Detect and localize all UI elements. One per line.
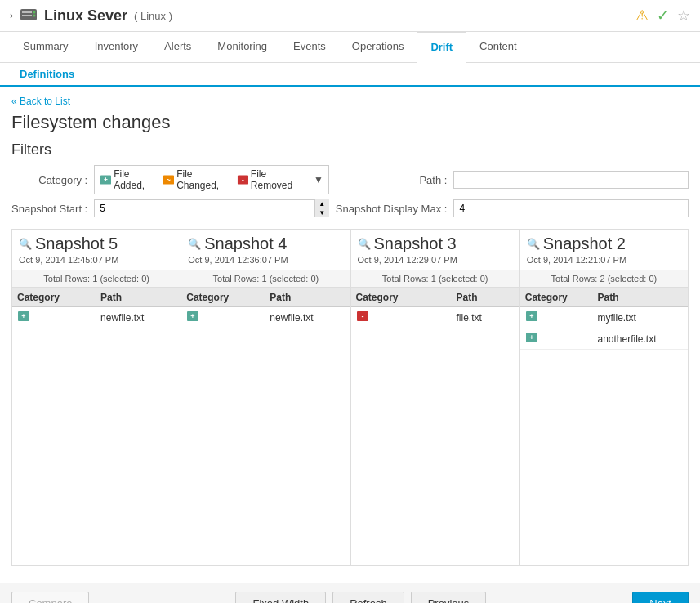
tab-summary[interactable]: Summary (10, 32, 82, 62)
snapshot-5-col-path: Path (96, 288, 181, 307)
server-name: Linux Sever (44, 7, 127, 25)
snapshot-display-max-label: Snapshot Display Max : (336, 203, 448, 215)
svg-text:+: + (104, 176, 108, 184)
snapshot-3-col-category: Category (351, 288, 452, 307)
server-type: ( Linux ) (134, 10, 172, 22)
file-added-cat-icon-2: + (525, 334, 538, 346)
back-to-list-link[interactable]: Back to List (11, 96, 70, 107)
file-changed-icon: ~ File Changed, (163, 168, 234, 191)
snapshot-5-title: 🔍 Snapshot 5 (19, 234, 174, 253)
fixed-width-button[interactable]: Fixed Width (235, 592, 326, 603)
snapshot-3-date: Oct 9, 2014 12:29:07 PM (358, 255, 513, 265)
file-removed-icon: - File Removed (237, 168, 307, 191)
snapshot-4-table-wrapper: Category Path + newf (181, 288, 350, 565)
table-row[interactable]: - file.txt (351, 307, 519, 328)
alert-icon[interactable]: ⚠ (635, 7, 649, 25)
sub-tab-definitions[interactable]: Definitions (10, 63, 84, 87)
table-row[interactable]: + newfile.txt (12, 307, 181, 328)
snapshot-4-title: 🔍 Snapshot 4 (188, 234, 343, 253)
table-row[interactable]: + anotherfile.txt (520, 328, 688, 350)
snapshot-3-search-icon[interactable]: 🔍 (358, 238, 371, 250)
file-added-icon: + File Added, (100, 168, 159, 191)
snapshot-3-col: 🔍 Snapshot 3 Oct 9, 2014 12:29:07 PM Tot… (350, 229, 520, 566)
snapshot-2-search-icon[interactable]: 🔍 (527, 238, 540, 250)
snapshot-2-table-wrapper: Category Path + myfi (520, 288, 688, 565)
snapshot-start-up[interactable]: ▲ (315, 199, 329, 208)
svg-point-4 (33, 14, 36, 16)
snapshot-3-label: Snapshot 3 (374, 234, 457, 253)
snapshot-4-search-icon[interactable]: 🔍 (188, 238, 201, 250)
star-icon[interactable]: ☆ (677, 7, 690, 25)
category-label: Category : (11, 174, 87, 186)
snapshot-start-label: Snapshot Start : (11, 203, 87, 215)
svg-text:+: + (529, 312, 533, 320)
snapshot-2-col: 🔍 Snapshot 2 Oct 9, 2014 12:21:07 PM Tot… (519, 229, 689, 566)
snapshot-3-table: Category Path - file (351, 288, 519, 328)
snapshot-3-col-path: Path (451, 288, 519, 307)
path-cell-2: anotherfile.txt (592, 328, 688, 350)
snapshot-4-header: 🔍 Snapshot 4 Oct 9, 2014 12:36:07 PM (181, 230, 350, 270)
category-cell: + (520, 328, 593, 350)
next-button[interactable]: Next (632, 592, 689, 603)
snapshot-2-header: 🔍 Snapshot 2 Oct 9, 2014 12:21:07 PM (520, 230, 688, 270)
file-removed-cat-icon: - (356, 313, 369, 324)
snapshot-4-label: Snapshot 4 (204, 234, 287, 253)
tab-operations[interactable]: Operations (339, 32, 417, 62)
snapshot-4-rows-info: Total Rows: 1 (selected: 0) (181, 270, 350, 288)
snapshot-4-date: Oct 9, 2014 12:36:07 PM (188, 255, 343, 265)
tab-events[interactable]: Events (280, 32, 339, 62)
snapshot-display-max-input[interactable] (453, 199, 689, 217)
breadcrumb: › Linux Sever ( Linux ) (10, 7, 172, 25)
snapshot-5-table-wrapper: Category Path + newf (12, 288, 181, 565)
snapshot-2-col-category: Category (520, 288, 593, 307)
sub-nav: Definitions (0, 63, 700, 87)
snapshot-5-col: 🔍 Snapshot 5 Oct 9, 2014 12:45:07 PM Tot… (11, 229, 181, 566)
tab-alerts[interactable]: Alerts (151, 32, 204, 62)
snapshot-2-rows-info: Total Rows: 2 (selected: 0) (520, 270, 688, 288)
snapshot-2-table: Category Path + myfi (520, 288, 688, 350)
refresh-button[interactable]: Refresh (332, 592, 404, 603)
header-actions: ⚠ ✓ ☆ (635, 7, 690, 25)
main-nav: Summary Inventory Alerts Monitoring Even… (0, 32, 700, 63)
page-header: › Linux Sever ( Linux ) ⚠ ✓ ☆ (0, 0, 700, 32)
filters-section: Filters Category : + File Added, ~ File … (11, 141, 689, 217)
snapshot-start-input[interactable] (94, 199, 329, 217)
path-cell: newfile.txt (96, 307, 181, 328)
svg-text:+: + (21, 312, 25, 320)
snapshots-grid: 🔍 Snapshot 5 Oct 9, 2014 12:45:07 PM Tot… (11, 229, 689, 566)
path-label: Path : (336, 174, 448, 186)
category-cell: + (181, 307, 265, 328)
snapshot-5-col-category: Category (12, 288, 96, 307)
server-icon (20, 8, 38, 24)
svg-text:~: ~ (167, 176, 171, 184)
previous-button[interactable]: Previous (411, 592, 487, 603)
snapshot-3-table-wrapper: Category Path - file (351, 288, 519, 565)
svg-text:+: + (191, 312, 195, 320)
filters-title: Filters (11, 141, 689, 159)
category-cell: + (12, 307, 96, 328)
check-icon[interactable]: ✓ (657, 7, 669, 25)
snapshot-5-search-icon[interactable]: 🔍 (19, 238, 32, 250)
snapshots-section: 🔍 Snapshot 5 Oct 9, 2014 12:45:07 PM Tot… (11, 229, 689, 566)
path-input[interactable] (453, 171, 689, 189)
snapshot-2-date: Oct 9, 2014 12:21:07 PM (527, 255, 681, 265)
tab-drift[interactable]: Drift (417, 32, 466, 63)
compare-button[interactable]: Compare (11, 592, 89, 603)
snapshot-5-date: Oct 9, 2014 12:45:07 PM (19, 255, 174, 265)
tab-inventory[interactable]: Inventory (82, 32, 151, 62)
snapshot-3-header: 🔍 Snapshot 3 Oct 9, 2014 12:29:07 PM (351, 230, 519, 270)
snapshot-4-col-category: Category (181, 288, 265, 307)
table-row[interactable]: + newfile.txt (181, 307, 350, 328)
footer-center: Fixed Width Refresh Previous (235, 592, 486, 603)
expand-icon[interactable]: › (10, 10, 13, 21)
snapshot-2-label: Snapshot 2 (543, 234, 626, 253)
snapshot-start-down[interactable]: ▼ (315, 208, 329, 217)
snapshot-4-table: Category Path + newf (181, 288, 350, 328)
table-row[interactable]: + myfile.txt (520, 307, 688, 328)
page-title: Filesystem changes (11, 112, 689, 133)
category-filter[interactable]: + File Added, ~ File Changed, - File Rem… (94, 165, 329, 194)
tab-monitoring[interactable]: Monitoring (204, 32, 280, 62)
path-cell: newfile.txt (265, 307, 350, 328)
tab-content[interactable]: Content (466, 32, 530, 62)
path-cell: file.txt (451, 307, 519, 328)
